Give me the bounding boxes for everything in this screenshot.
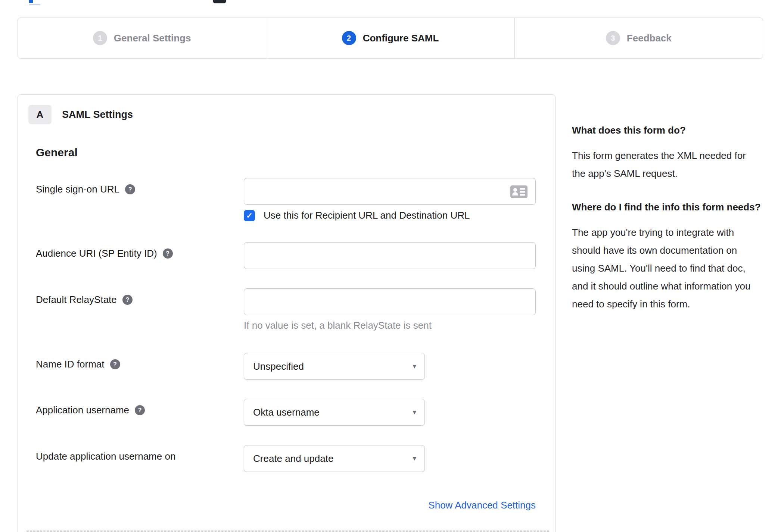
field-label-wrap: Application username ? <box>36 399 244 416</box>
field-label-wrap: Name ID format ? <box>36 353 244 370</box>
update-username-on-label: Update application username on <box>36 450 175 463</box>
show-advanced-settings-link[interactable]: Show Advanced Settings <box>428 500 536 511</box>
help-sidebar: What does this form do? This form genera… <box>572 122 762 329</box>
recipient-url-checkbox[interactable]: ✓ <box>244 210 255 221</box>
cropped-blue-underline <box>29 4 40 5</box>
field-row-update-username-on: Update application username on Create an… <box>36 445 555 472</box>
recipient-url-checkbox-row: ✓ Use this for Recipient URL and Destina… <box>244 210 536 221</box>
step-3-label: Feedback <box>627 32 672 44</box>
field-row-audience-uri: Audience URI (SP Entity ID) ? <box>36 242 555 269</box>
name-id-format-label: Name ID format <box>36 358 105 370</box>
help-icon[interactable]: ? <box>135 405 145 415</box>
field-label-wrap: Update application username on <box>36 445 244 463</box>
step-2-circle: 2 <box>342 31 356 45</box>
card-header: A SAML Settings <box>28 105 555 124</box>
audience-uri-input[interactable] <box>244 242 536 269</box>
field-control: ✓ Use this for Recipient URL and Destina… <box>244 178 536 221</box>
field-row-application-username: Application username ? Okta username ▾ <box>36 399 555 426</box>
field-control: Okta username ▾ <box>244 399 425 426</box>
default-relaystate-input[interactable] <box>244 288 536 315</box>
help-icon[interactable]: ? <box>122 295 133 305</box>
step-1-circle: 1 <box>93 31 107 45</box>
field-row-name-id-format: Name ID format ? Unspecified ▾ <box>36 353 555 380</box>
advanced-settings-row: Show Advanced Settings <box>36 500 536 511</box>
field-label-wrap: Default RelayState ? <box>36 288 244 306</box>
sidebar-answer-1: This form generates the XML needed for t… <box>572 147 762 182</box>
chevron-down-icon: ▾ <box>413 454 416 463</box>
field-control: Create and update ▾ <box>244 445 425 472</box>
help-icon[interactable]: ? <box>125 184 135 194</box>
step-1-label: General Settings <box>114 32 191 44</box>
wizard-stepper: 1 General Settings 2 Configure SAML 3 Fe… <box>18 18 763 59</box>
section-dashed-divider <box>27 531 549 532</box>
application-username-select[interactable]: Okta username ▾ <box>244 399 425 426</box>
general-section-heading: General <box>36 146 555 159</box>
help-icon[interactable]: ? <box>110 359 120 369</box>
help-icon[interactable]: ? <box>163 248 173 259</box>
cropped-blue-fragment <box>29 0 33 3</box>
field-row-default-relaystate: Default RelayState ? If no value is set,… <box>36 288 555 331</box>
relaystate-helper-text: If no value is set, a blank RelayState i… <box>244 320 536 331</box>
sidebar-question-1: What does this form do? <box>572 122 762 139</box>
application-username-value: Okta username <box>253 407 320 418</box>
sidebar-question-2: Where do I find the info this form needs… <box>572 198 762 216</box>
default-relaystate-label: Default RelayState <box>36 294 117 306</box>
field-control: If no value is set, a blank RelayState i… <box>244 288 536 331</box>
step-3-circle: 3 <box>606 31 620 45</box>
field-control: Unspecified ▾ <box>244 353 425 380</box>
recipient-url-checkbox-label: Use this for Recipient URL and Destinati… <box>264 210 470 221</box>
field-label-wrap: Audience URI (SP Entity ID) ? <box>36 242 244 260</box>
field-row-single-sign-on-url: Single sign-on URL ? ✓ Use this for Reci… <box>36 178 555 221</box>
chevron-down-icon: ▾ <box>413 362 416 370</box>
card-title: SAML Settings <box>62 109 133 121</box>
field-control <box>244 242 536 269</box>
single-sign-on-url-input[interactable] <box>244 178 536 205</box>
application-username-label: Application username <box>36 404 129 416</box>
step-2-label: Configure SAML <box>363 32 439 44</box>
single-sign-on-url-label: Single sign-on URL <box>36 183 119 195</box>
saml-settings-card: A SAML Settings General Single sign-on U… <box>18 94 556 532</box>
sidebar-answer-2: The app you're trying to integrate with … <box>572 223 762 313</box>
update-username-on-value: Create and update <box>253 453 333 464</box>
chevron-down-icon: ▾ <box>413 408 416 416</box>
step-feedback[interactable]: 3 Feedback <box>514 18 763 58</box>
update-username-on-select[interactable]: Create and update ▾ <box>244 445 425 472</box>
section-a-badge: A <box>28 105 52 124</box>
name-id-format-value: Unspecified <box>253 361 304 372</box>
name-id-format-select[interactable]: Unspecified ▾ <box>244 353 425 380</box>
audience-uri-label: Audience URI (SP Entity ID) <box>36 247 157 260</box>
step-configure-saml[interactable]: 2 Configure SAML <box>266 18 514 58</box>
step-general-settings[interactable]: 1 General Settings <box>18 18 266 58</box>
cropped-dark-fragment <box>213 0 226 3</box>
field-label-wrap: Single sign-on URL ? <box>36 178 244 195</box>
